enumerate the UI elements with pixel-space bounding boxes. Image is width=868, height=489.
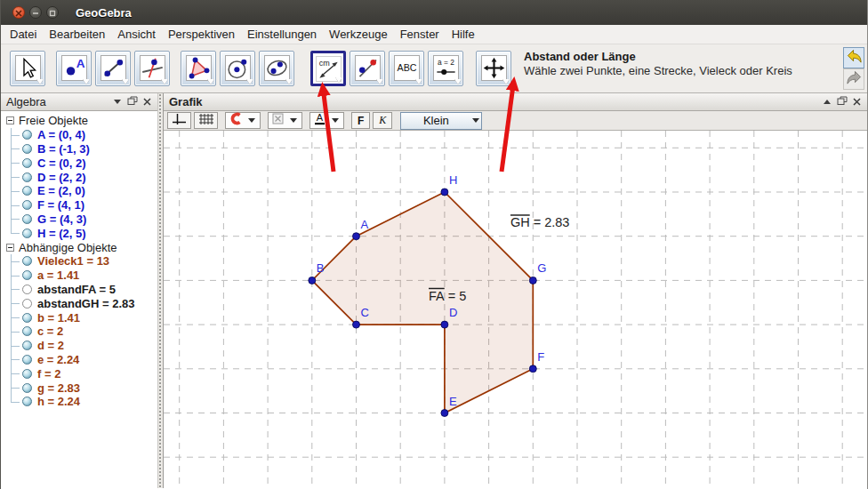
point-label-D[interactable]: D xyxy=(449,306,457,319)
tool-dropdown-arrow-icon[interactable] xyxy=(376,79,383,84)
algebra-menu-button[interactable] xyxy=(110,96,124,108)
redo-button[interactable] xyxy=(843,68,864,90)
tree-group[interactable]: Freie Objekte xyxy=(1,114,157,128)
tool-dropdown-arrow-icon[interactable] xyxy=(415,79,422,84)
measurement-label-FA[interactable]: FA = 5 xyxy=(429,289,466,303)
tree-item[interactable]: G = (4, 3) xyxy=(1,212,157,227)
window-minimize-button[interactable] xyxy=(29,6,42,19)
object-visible-icon[interactable] xyxy=(22,383,32,393)
tool-dropdown-arrow-icon[interactable] xyxy=(122,79,129,84)
object-visible-icon[interactable] xyxy=(22,214,32,224)
point-C[interactable] xyxy=(353,321,360,328)
object-visible-icon[interactable] xyxy=(22,313,32,323)
point-H[interactable] xyxy=(441,188,448,196)
tree-item[interactable]: A = (0, 4) xyxy=(1,128,157,142)
object-visible-icon[interactable] xyxy=(22,130,32,140)
tree-item[interactable]: F = (4, 1) xyxy=(1,198,157,212)
point-label-H[interactable]: H xyxy=(449,173,457,187)
tree-item[interactable]: h = 2.24 xyxy=(1,395,157,409)
tool-line-button[interactable] xyxy=(95,51,131,86)
algebra-close-button[interactable] xyxy=(141,96,154,108)
tool-dropdown-arrow-icon[interactable] xyxy=(285,79,293,84)
tool-polygon-button[interactable] xyxy=(181,51,216,86)
tree-item[interactable]: a = 1.41 xyxy=(1,269,157,283)
tree-item[interactable]: abstandFA = 5 xyxy=(1,283,157,297)
tree-item[interactable]: f = 2 xyxy=(1,366,157,381)
tool-text-button[interactable]: ABC xyxy=(389,51,424,86)
collapse-icon[interactable] xyxy=(6,244,14,252)
point-F[interactable] xyxy=(529,365,536,373)
collapse-icon[interactable] xyxy=(6,116,14,124)
menu-perspektiven[interactable]: Perspektiven xyxy=(162,26,241,43)
panel-splitter[interactable] xyxy=(157,93,164,488)
menu-ansicht[interactable]: Ansicht xyxy=(111,26,162,43)
point-B[interactable] xyxy=(309,277,316,284)
point-label-G[interactable]: G xyxy=(537,261,546,275)
grafik-undock-button[interactable] xyxy=(835,96,848,108)
tool-dropdown-arrow-icon[interactable] xyxy=(335,77,342,83)
object-visible-icon[interactable] xyxy=(22,355,32,365)
point-A[interactable] xyxy=(353,233,360,240)
toggle-grid-button[interactable] xyxy=(194,112,218,129)
tree-item[interactable]: Vieleck1 = 13 xyxy=(1,254,157,269)
menu-datei[interactable]: Datei xyxy=(4,26,43,43)
tree-item[interactable]: d = 2 xyxy=(1,339,157,353)
object-visible-icon[interactable] xyxy=(22,397,32,406)
tool-conic-button[interactable] xyxy=(259,51,294,86)
tree-item[interactable]: g = 2.83 xyxy=(1,381,157,395)
tool-distance-button[interactable]: cm xyxy=(310,51,346,86)
measurement-label-GH[interactable]: GH = 2.83 xyxy=(510,215,570,229)
menu-fenster[interactable]: Fenster xyxy=(394,26,446,43)
tree-item[interactable]: abstandGH = 2.83 xyxy=(1,296,157,310)
tool-dropdown-arrow-icon[interactable] xyxy=(161,79,168,84)
point-G[interactable] xyxy=(529,277,536,284)
object-visible-icon[interactable] xyxy=(22,200,32,210)
point-D[interactable] xyxy=(441,321,448,328)
tool-slider-button[interactable]: a = 2 xyxy=(428,51,463,86)
tool-circle-button[interactable] xyxy=(220,51,255,86)
toggle-axes-button[interactable] xyxy=(167,112,191,129)
undo-button[interactable] xyxy=(843,47,864,68)
tree-item[interactable]: E = (2, 0) xyxy=(1,184,157,198)
tree-item[interactable]: B = (-1, 3) xyxy=(1,142,157,156)
snap-to-grid-dropdown[interactable] xyxy=(225,112,261,129)
tree-item[interactable]: D = (2, 2) xyxy=(1,170,157,184)
tool-move-button[interactable] xyxy=(10,51,45,86)
object-visible-icon[interactable] xyxy=(22,186,32,196)
object-hidden-icon[interactable] xyxy=(22,285,32,294)
italic-button[interactable]: K xyxy=(373,112,392,129)
tool-dropdown-arrow-icon[interactable] xyxy=(36,79,44,84)
object-visible-icon[interactable] xyxy=(22,326,32,336)
object-hidden-icon[interactable] xyxy=(22,299,32,309)
font-size-dropdown[interactable]: Klein xyxy=(400,112,482,130)
label-style-dropdown[interactable]: A xyxy=(309,112,344,129)
tree-item[interactable]: C = (0, 2) xyxy=(1,156,157,170)
point-label-F[interactable]: F xyxy=(537,350,544,364)
menu-hilfe[interactable]: Hilfe xyxy=(446,26,481,43)
polygon-Vieleck1[interactable] xyxy=(312,192,534,413)
tool-dropdown-arrow-icon[interactable] xyxy=(83,79,90,84)
object-visible-icon[interactable] xyxy=(22,144,32,154)
bold-button[interactable]: F xyxy=(351,112,370,129)
menu-einstellungen[interactable]: Einstellungen xyxy=(241,26,323,43)
tool-dropdown-arrow-icon[interactable] xyxy=(454,79,462,84)
algebra-undock-button[interactable] xyxy=(125,96,139,108)
tool-dropdown-arrow-icon[interactable] xyxy=(207,79,214,84)
menu-werkzeuge[interactable]: Werkzeuge xyxy=(323,26,394,43)
tool-dropdown-arrow-icon[interactable] xyxy=(246,79,253,84)
window-close-button[interactable] xyxy=(12,6,25,19)
window-maximize-button[interactable] xyxy=(46,6,59,19)
grafik-stylebar-toggle[interactable] xyxy=(820,96,833,108)
tree-item[interactable]: H = (2, 5) xyxy=(1,226,157,240)
point-label-A[interactable]: A xyxy=(361,218,369,231)
object-visible-icon[interactable] xyxy=(22,256,32,266)
object-visible-icon[interactable] xyxy=(22,341,32,350)
object-visible-icon[interactable] xyxy=(22,369,32,379)
object-visible-icon[interactable] xyxy=(22,228,32,238)
tool-dropdown-arrow-icon[interactable] xyxy=(502,79,510,84)
tree-group[interactable]: Abhängige Objekte xyxy=(1,240,157,254)
point-capture-dropdown[interactable] xyxy=(268,112,302,129)
tool-point-button[interactable]: A xyxy=(56,51,92,86)
graphics-scene[interactable]: GH = 2.83FA = 5ABCDEFGH xyxy=(164,131,867,487)
point-label-B[interactable]: B xyxy=(317,261,325,275)
